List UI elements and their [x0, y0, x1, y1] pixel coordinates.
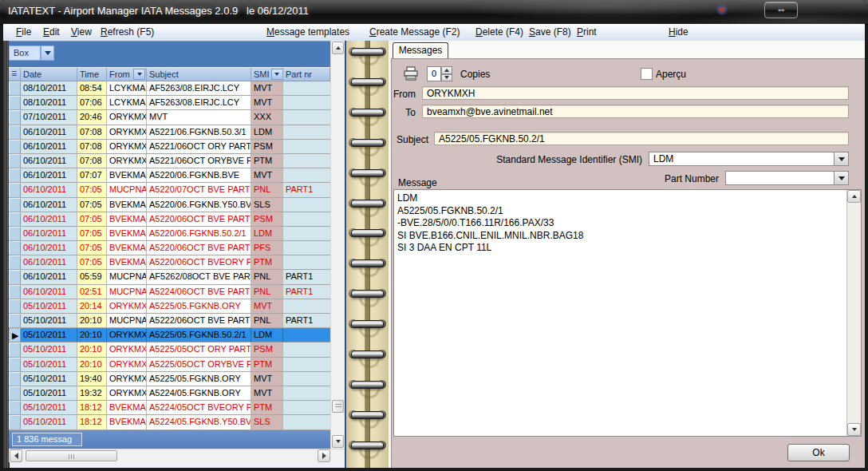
table-row[interactable]: 06/10/201107:07BVEKMAIA5220/06.FGKNB.BVE… [9, 168, 330, 183]
scroll-down-button[interactable] [332, 435, 344, 448]
row-selector[interactable] [9, 212, 21, 226]
menu-item-message-templates[interactable]: Message templates [266, 26, 349, 38]
row-selector[interactable] [9, 96, 21, 109]
part-number-dropdown-button[interactable] [834, 172, 848, 184]
table-row[interactable]: 06/10/201107:08ORYKMXA5221/06.FGKNB.50.3… [9, 125, 330, 140]
column-header-date[interactable]: Date [21, 68, 77, 81]
horizontal-scrollbar[interactable] [9, 449, 345, 462]
column-header-subject[interactable]: Subject [147, 68, 251, 81]
smi-filter-dropdown-button[interactable] [271, 69, 283, 80]
row-selector[interactable]: ▶ [9, 328, 21, 342]
column-header-time[interactable]: Time [77, 68, 107, 81]
row-selector[interactable] [9, 154, 21, 168]
row-selector[interactable] [9, 358, 21, 371]
row-selector[interactable] [9, 415, 21, 429]
table-row[interactable]: 05/10/201119:32ORYKMXA5224/05.FGKNB.ORYM… [9, 386, 330, 401]
table-row[interactable]: 08/10/201107:06LCYKMAFAF5263/08.EIRJC.LC… [9, 96, 330, 110]
cell-from: ORYKMX [107, 328, 147, 342]
ok-button[interactable]: Ok [787, 444, 850, 461]
table-row[interactable]: 06/10/201107:08ORYKMXA5221/06OCT ORY PAR… [9, 140, 330, 154]
row-selector[interactable] [9, 314, 21, 327]
table-row[interactable]: 05/10/201120:10MUCPNAA5222/06OCT BVE PAR… [9, 314, 330, 328]
table-row[interactable]: 06/10/201107:05BVEKMAIA5220/06OCT BVE PA… [9, 212, 330, 227]
row-selector[interactable] [9, 401, 21, 414]
menu-item-save-f8[interactable]: Save (F8) [529, 26, 571, 38]
cell-time: 18:12 [77, 401, 107, 414]
row-selector[interactable] [9, 270, 21, 283]
box-filter-dropdown-button[interactable] [41, 46, 54, 61]
table-row[interactable]: 06/10/201107:05BVEKMAIA5220/06OCT BVE PA… [9, 241, 330, 255]
row-selector[interactable] [9, 81, 21, 95]
part-number-combobox[interactable] [725, 171, 849, 185]
title-bar[interactable]: IATATEXT - Airport Manager IATA Messages… [0, 0, 868, 25]
table-row[interactable]: 06/10/201105:59MUCPNAAF5262/08OCT BVE PA… [9, 270, 330, 284]
table-row[interactable]: ▶05/10/201120:10ORYKMXA5225/05.FGKNB.50.… [9, 328, 330, 342]
scroll-right-button[interactable] [318, 449, 330, 462]
horizontal-scroll-thumb[interactable] [26, 450, 117, 461]
row-selector[interactable] [9, 285, 21, 299]
table-row[interactable]: 05/10/201118:12BVEKMAIA5224/05.FGKNB.Y50… [9, 415, 330, 429]
vertical-scroll-thumb[interactable] [332, 400, 344, 413]
message-scrollbar[interactable] [846, 190, 861, 436]
table-row[interactable]: 05/10/201119:40ORYKMXA5225/05.FGKNB.ORYM… [9, 372, 330, 386]
message-body-text[interactable]: LDM A5225/05.FGKNB.50.2/1 -BVE.28/5/0/0.… [397, 192, 845, 434]
row-selector[interactable] [9, 110, 21, 124]
copies-spinner[interactable]: 0 [427, 66, 452, 81]
menu-item-print[interactable]: Print [577, 26, 597, 38]
scroll-left-button[interactable] [10, 449, 22, 462]
row-selector[interactable] [9, 183, 21, 196]
subject-field[interactable]: A5225/05.FGKNB.50.2/1 [434, 132, 849, 145]
vertical-scrollbar[interactable] [330, 41, 345, 449]
table-row[interactable]: 06/10/201107:08ORYKMXA5221/06OCT ORYBVE … [9, 154, 330, 168]
menu-item-create-message-f2[interactable]: Create Message (F2) [369, 26, 460, 38]
from-field[interactable]: ORYKMXH [422, 86, 849, 100]
row-selector[interactable] [9, 255, 21, 269]
message-scroll-up-button[interactable] [847, 190, 861, 203]
copies-value[interactable]: 0 [427, 66, 441, 81]
row-selector[interactable] [9, 241, 21, 255]
tab-messages[interactable]: Messages [393, 42, 448, 59]
row-selector[interactable] [9, 168, 21, 182]
smi-combobox[interactable]: LDM [649, 152, 849, 166]
menu-item-delete-f4[interactable]: Delete (F4) [475, 26, 523, 38]
row-selector[interactable] [9, 386, 21, 400]
column-header-smi[interactable]: SMI [251, 68, 283, 81]
row-selector[interactable] [9, 342, 21, 356]
table-row[interactable]: 05/10/201120:10ORYKMXA5225/05OCT ORYBVE … [9, 358, 330, 372]
copies-decrement-button[interactable] [441, 74, 452, 82]
box-filter-combo[interactable]: Box △ [9, 46, 54, 61]
row-selector[interactable] [9, 299, 21, 313]
table-row[interactable]: 05/10/201120:10ORYKMXA5225/05OCT ORY PAR… [9, 342, 330, 357]
scroll-up-button[interactable] [332, 42, 344, 54]
table-row[interactable]: 07/10/201120:46ORYKMXMVTXXX [9, 110, 330, 125]
header-icon-cell[interactable]: ☰ [9, 68, 21, 81]
table-row[interactable]: 06/10/201107:05BVEKMAIA5220/06.FGKNB.50.… [9, 227, 330, 241]
row-selector[interactable] [9, 198, 21, 212]
table-row[interactable]: 06/10/201102:51MUCPNAA5224/06OCT BVE PAR… [9, 285, 330, 299]
table-row[interactable]: 06/10/201107:05BVEKMAIA5220/06.FGKNB.Y50… [9, 198, 330, 212]
column-header-part-nr[interactable]: Part nr [283, 68, 330, 81]
printer-icon[interactable] [403, 66, 419, 81]
resize-button[interactable]: ⇔ [764, 2, 798, 18]
row-selector[interactable] [9, 140, 21, 153]
menu-item-hide[interactable]: Hide [669, 26, 688, 38]
copies-increment-button[interactable] [441, 66, 452, 74]
table-row[interactable]: 08/10/201108:54LCYKMAFAF5263/08.EIRJC.LC… [9, 81, 330, 96]
apercu-checkbox[interactable] [641, 68, 653, 80]
row-selector[interactable] [9, 372, 21, 386]
to-field[interactable]: bveamxh@bve.avinetmail.net [422, 105, 849, 118]
menu-item-edit[interactable]: Edit [43, 26, 60, 38]
table-row[interactable]: 06/10/201107:05MUCPNAA5220/07OCT BVE PAR… [9, 183, 330, 197]
table-row[interactable]: 05/10/201120:14ORYKMXA5225/05.FGKNB.ORYM… [9, 299, 330, 314]
message-scroll-down-button[interactable] [847, 423, 861, 436]
menu-item-view[interactable]: View [71, 26, 92, 38]
from-filter-dropdown-button[interactable] [133, 69, 145, 80]
menu-item-file[interactable]: File [16, 26, 31, 38]
table-row[interactable]: 06/10/201107:05BVEKMAIA5220/06OCT BVEORY… [9, 255, 330, 270]
row-selector[interactable] [9, 227, 21, 240]
menu-item-refresh-f5[interactable]: Refresh (F5) [101, 26, 154, 38]
table-row[interactable]: 05/10/201118:12BVEKMAIA5224/05OCT BVEORY… [9, 401, 330, 415]
row-selector[interactable] [9, 125, 21, 139]
smi-dropdown-button[interactable] [834, 152, 848, 165]
column-header-from[interactable]: From [107, 68, 147, 81]
